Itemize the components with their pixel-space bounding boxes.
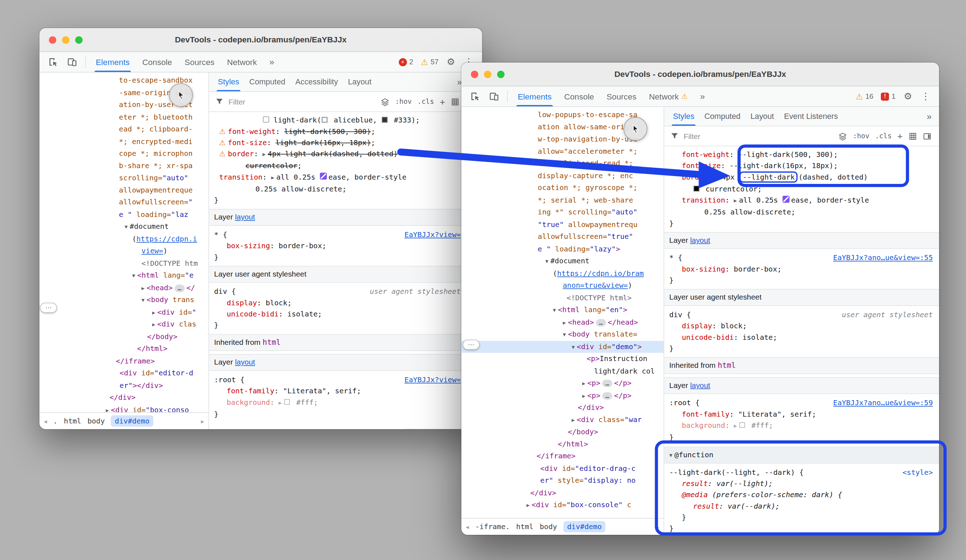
code-token: light-dark(16px, 18px) (275, 138, 371, 147)
more-panels-icon[interactable]: » (264, 52, 280, 72)
styles-section-header: Inherited from html (209, 334, 482, 351)
close-window-icon[interactable] (49, 36, 56, 43)
styles-section-header: ▾ @function (664, 447, 939, 463)
tab-layout[interactable]: Layout (746, 107, 779, 126)
breadcrumb-item-body[interactable]: body (87, 417, 105, 425)
source-link[interactable]: view= (142, 246, 163, 255)
layers-icon[interactable] (381, 97, 389, 106)
code-line: :root {EaYBJJx?ano…ue&view=:59 (664, 397, 939, 408)
code-token: : (279, 309, 287, 318)
source-link[interactable]: layout (235, 213, 255, 221)
source-link[interactable]: https://cdpn.io/bram (557, 269, 644, 277)
dock-side-icon[interactable] (923, 132, 932, 141)
dom-tree[interactable]: low-popups-to-escape-saation allow-same-… (461, 107, 663, 518)
more-panels-icon[interactable]: » (695, 86, 711, 106)
code-token: a *; clipboard-read *; (538, 159, 633, 167)
source-link[interactable]: anon=true&view= (563, 281, 628, 290)
breadcrumb-item-selected[interactable]: div#demo (111, 415, 153, 426)
tab-sources[interactable]: Sources (179, 52, 220, 72)
code-token: : (725, 196, 734, 205)
code-line: currentcolor; (664, 183, 939, 194)
breadcrumb-item-selected[interactable]: div#demo (564, 521, 605, 532)
dom-overflow-button[interactable]: ⋯ (40, 303, 57, 313)
breadcrumb-item-html[interactable]: html (64, 417, 81, 425)
code-token: cope *; microphon (119, 149, 193, 157)
tab-layout[interactable]: Layout (343, 72, 376, 91)
settings-gear-icon[interactable]: ⚙ (900, 91, 916, 102)
device-toolbar-icon[interactable] (63, 57, 81, 67)
code-token: display (227, 298, 257, 307)
tab-computed[interactable]: Computed (244, 72, 290, 91)
more-sidebar-tabs-icon[interactable]: » (922, 107, 935, 126)
rule-source-link[interactable]: <style> (902, 467, 939, 478)
code-token: block; (721, 321, 747, 330)
tab-elements[interactable]: Elements (90, 52, 136, 72)
breadcrumb-item[interactable]: . (53, 417, 58, 425)
breadcrumb-forward-icon[interactable]: ▸ (656, 523, 659, 530)
tab-event-listeners[interactable]: Event Listeners (779, 107, 843, 126)
tab-console[interactable]: Console (559, 86, 600, 106)
breadcrumb-back-icon[interactable]: ◂ (466, 523, 469, 530)
tab-console[interactable]: Console (136, 52, 177, 72)
zoom-window-icon[interactable] (75, 36, 83, 43)
grid-icon[interactable] (909, 132, 917, 141)
code-line: * {EaYBJJx?ano…ue&view=:55 (664, 252, 939, 263)
tab-computed[interactable]: Computed (699, 107, 745, 126)
console-errors-badge[interactable]: × 2 (396, 58, 416, 66)
new-style-rule-button[interactable]: + (440, 96, 445, 107)
issues-badge[interactable]: ! 1 (878, 92, 899, 101)
console-warnings-badge[interactable]: ⚠ 16 (853, 92, 876, 101)
element-classes-button[interactable]: .cls (875, 132, 892, 140)
inspect-element-icon[interactable] (466, 91, 484, 101)
breadcrumb-item-body[interactable]: body (540, 522, 557, 531)
styles-filter-input[interactable]: Filter (228, 97, 245, 106)
minimize-window-icon[interactable] (484, 70, 491, 78)
titlebar[interactable]: DevTools - codepen.io/bramus/pen/EaYBJJx (461, 62, 939, 86)
layers-icon[interactable] (838, 132, 847, 141)
titlebar[interactable]: DevTools - codepen.io/bramus/pen/EaYBJJx (39, 28, 482, 52)
tab-network[interactable]: Network ⚠ (643, 86, 693, 106)
source-link[interactable]: https://cdpn.i (136, 234, 197, 243)
code-token: font-family (227, 386, 274, 395)
toggle-element-state-button[interactable]: :hov (395, 98, 412, 106)
kebab-menu-icon[interactable]: ⋮ (917, 91, 934, 102)
source-link[interactable]: layout (235, 358, 255, 367)
tab-sources[interactable]: Sources (601, 86, 642, 106)
tab-styles[interactable]: Styles (668, 107, 699, 126)
device-toolbar-icon[interactable] (485, 91, 503, 101)
dom-tree[interactable]: to-escape-sandbox-same-origin alloation-… (39, 72, 209, 413)
source-link[interactable]: layout (690, 236, 710, 245)
tab-styles[interactable]: Styles (213, 72, 244, 91)
code-token: Layer (214, 213, 235, 221)
source-link[interactable]: layout (690, 381, 710, 390)
styles-rules[interactable]: font-weight: --light-dark(500, 300);font… (664, 146, 939, 534)
tab-elements[interactable]: Elements (512, 86, 557, 106)
rule-source-link[interactable]: EaYBJJx?ano…ue&view=:55 (833, 252, 939, 263)
code-token: ▸ (152, 309, 157, 315)
settings-gear-icon[interactable]: ⚙ (443, 56, 459, 67)
zoom-window-icon[interactable] (497, 70, 505, 78)
close-window-icon[interactable] (471, 70, 478, 78)
breadcrumb-item-html[interactable]: html (516, 522, 534, 531)
breadcrumb-item[interactable]: -iframe. (475, 522, 510, 531)
grid-icon[interactable] (451, 97, 460, 106)
styles-rules[interactable]: light-dark( aliceblue, #333);⚠ font-weig… (209, 112, 482, 429)
breadcrumb-forward-icon[interactable]: ▸ (201, 418, 204, 424)
toggle-element-state-button[interactable]: :hov (853, 132, 869, 140)
inspect-element-icon[interactable] (44, 57, 62, 67)
tab-accessibility[interactable]: Accessibility (291, 72, 343, 91)
dom-overflow-button[interactable]: ⋯ (463, 340, 480, 350)
rule-source-link[interactable]: EaYBJJx?ano…ue&view=:59 (833, 397, 939, 408)
tab-network[interactable]: Network (222, 52, 263, 72)
code-token: ) (628, 281, 632, 290)
breadcrumb-back-icon[interactable]: ◂ (44, 418, 47, 424)
styles-filter-input[interactable]: Filter (684, 132, 700, 141)
new-style-rule-button[interactable]: + (897, 131, 903, 141)
console-warnings-badge[interactable]: ⚠ 57 (418, 57, 442, 66)
code-token: isolate; (287, 309, 322, 318)
element-classes-button[interactable]: .cls (417, 98, 434, 106)
minimize-window-icon[interactable] (62, 36, 69, 43)
code-line: ▾ #document (461, 255, 663, 267)
rule-source-link[interactable]: user agent stylesheet (842, 309, 939, 320)
code-token: ing *" scrolling= (538, 208, 611, 216)
